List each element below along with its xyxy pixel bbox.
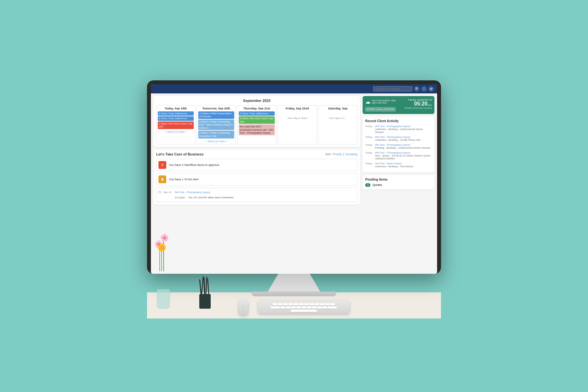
key[interactable] <box>302 306 306 309</box>
show-more-today[interactable]: + Show (1) more + <box>158 130 194 133</box>
key[interactable] <box>283 303 288 305</box>
activity-date-4: Today <box>365 162 373 168</box>
grouping-sort[interactable]: Grouping <box>345 153 357 156</box>
activity-contact-4[interactable]: DM Test - Book Project <box>375 162 432 165</box>
day-header-friday: Friday, Sep 22nd <box>279 107 315 110</box>
key[interactable] <box>286 306 290 309</box>
activity-contact-1[interactable]: DM Test - Photography Inquiry <box>375 136 432 139</box>
key[interactable] <box>330 303 335 305</box>
cal-event[interactable]: 9:15am Train w/Brennon <box>239 111 275 116</box>
cal-event[interactable]: 9:20am Train w/Brennon <box>158 116 194 121</box>
cal-day-tomorrow: Tomorrow, Sep 20th 12:00pm CRM Presentat… <box>197 105 236 144</box>
activity-section: Recent Client Activity Today DM Test - P… <box>363 117 434 172</box>
key[interactable] <box>328 306 337 309</box>
activity-item-4: Today DM Test - Book Project confirmed –… <box>365 162 432 168</box>
workflow-icon: ⚡ <box>158 161 166 169</box>
todo-contact-link[interactable]: DM Test - Photography Inquiry <box>175 191 210 194</box>
show-more-tomorrow[interactable]: + Show (1) more + <box>198 140 234 143</box>
main-content: September 2023 Today, Sep 19th 9:15am Tr… <box>151 93 437 207</box>
monitor-body: 🔍 👤 ⊞ September 2023 <box>147 80 441 274</box>
monitor-stand <box>268 274 320 292</box>
cal-event[interactable]: 1:00pm 1Thats Continuing Education Call <box>198 131 234 138</box>
todo-date: Sep 19 <box>163 191 173 194</box>
cal-event[interactable]: 9:15am Train w/Brennon <box>158 111 194 116</box>
app: 🔍 👤 ⊞ September 2023 <box>151 84 437 274</box>
key[interactable] <box>304 303 309 305</box>
todo-section: ☐ Sep 19 DM Test - Photography Inquiry 1… <box>156 188 357 202</box>
key[interactable] <box>288 303 293 305</box>
todo-icon: 📋 <box>158 175 166 183</box>
user-icon[interactable]: 👤 <box>421 86 427 91</box>
cal-day-saturday: Saturday, Sep Your day is cl... <box>318 105 357 144</box>
activity-item-3: Today DM Test - Photography Inquiry sent… <box>365 151 432 160</box>
activity-date-2: Today <box>365 143 373 149</box>
calendar-title: September 2023 <box>156 99 357 103</box>
key[interactable] <box>273 303 277 305</box>
search-icon[interactable]: 🔍 <box>414 86 419 91</box>
search-input[interactable] <box>373 86 412 91</box>
calendar-section: September 2023 Today, Sep 19th 9:15am Tr… <box>154 96 360 147</box>
cal-event[interactable]: 9:00am One Hour Zoom Call (60) <box>239 116 275 124</box>
activity-detail-3: DM Test - Photography Inquiry sent – Quo… <box>375 151 432 160</box>
cal-event[interactable]: No Lead Has NOT scheduled a phone call -… <box>239 124 275 135</box>
grid-icon[interactable]: ⊞ <box>429 86 434 91</box>
day-header-today: Today, Sep 19th <box>158 107 194 110</box>
pending-section: Pending Items 1 Quotes <box>363 175 434 189</box>
day-header-saturday: Saturday, Sep <box>320 107 356 110</box>
day-clear-saturday: Your day is cl... <box>320 117 356 120</box>
pending-title: Pending Items <box>365 178 432 181</box>
key[interactable] <box>299 303 303 305</box>
activity-date-3: Today <box>365 151 373 160</box>
activity-contact-0[interactable]: DM Test - Photography Inquiry <box>375 125 432 128</box>
activity-title: Recent Client Activity <box>365 119 432 123</box>
key[interactable] <box>281 306 285 309</box>
workflow-item[interactable]: ⚡ You have 2 Workflow Items to approve. <box>156 159 357 171</box>
key[interactable] <box>317 306 322 309</box>
activity-detail-0: DM Test - Photography Inquiry confirmed … <box>375 125 432 134</box>
key[interactable] <box>315 303 319 305</box>
top-nav: 🔍 👤 ⊞ <box>151 84 437 93</box>
key[interactable] <box>309 303 314 305</box>
monitor-base <box>252 292 336 296</box>
key[interactable] <box>320 303 324 305</box>
key[interactable] <box>291 306 296 309</box>
monitor-screen: 🔍 👤 ⊞ September 2023 <box>151 84 437 274</box>
business-section: Let's Take Care of Business Sort: Priori… <box>154 150 360 205</box>
key[interactable] <box>296 306 301 309</box>
key[interactable] <box>312 306 317 309</box>
left-panel: September 2023 Today, Sep 19th 9:15am Tr… <box>154 96 360 205</box>
enter-location-button[interactable]: ENTER YOUR LOCATION <box>365 107 396 111</box>
activity-item-1: Today DM Test - Photography Inquiry conf… <box>365 136 432 141</box>
weather-date-text: Tuesday, September 19 <box>404 99 432 101</box>
cal-event[interactable]: 1:00pm 1Thats Coworking Call - have a pr… <box>198 120 234 130</box>
todo-desc-row: 11:11pm Yes, PC and RV dates been schedu… <box>158 195 355 200</box>
spacebar-key[interactable] <box>291 310 317 312</box>
activity-item-2: Today DM Test - Photography Inquiry Pend… <box>365 143 432 149</box>
weather-widget: ☁ See local weather, daily highs and low… <box>363 96 434 114</box>
cal-event[interactable]: 1:00pm One Hour Zoom Call (60) <box>158 122 194 129</box>
key[interactable] <box>278 303 283 305</box>
key[interactable] <box>294 303 298 305</box>
activity-contact-3[interactable]: DM Test - Photography Inquiry <box>375 151 432 154</box>
weather-date-panel: Tuesday, September 19 05:20... Sunset: E… <box>404 99 432 109</box>
scene-wrapper: 🌸 🌸 🌼 🔍 👤 <box>147 74 441 318</box>
weather-sunset: Sunset: Enter your location <box>404 107 432 109</box>
activity-date-1: Today <box>365 136 373 141</box>
monitor: 🔍 👤 ⊞ September 2023 <box>147 80 441 315</box>
flower-decoration: 🌸 🌸 🌼 <box>157 240 170 309</box>
key[interactable] <box>322 306 327 309</box>
cal-event[interactable]: 12:00pm CRM Presentation at Elevate <box>198 111 234 119</box>
key[interactable] <box>325 303 330 305</box>
business-header: Let's Take Care of Business Sort: Priori… <box>156 152 357 156</box>
activity-detail-2: DM Test - Photography Inquiry Pending – … <box>375 143 432 149</box>
day-header-thursday: Thursday, Sep 21st <box>239 107 275 110</box>
priority-sort[interactable]: Priority <box>333 153 342 156</box>
pending-badge-0: 1 <box>365 183 370 187</box>
todo-item[interactable]: 📋 You have 1 To-Do Item <box>156 173 357 186</box>
key[interactable] <box>307 306 311 309</box>
todo-checkbox[interactable]: ☐ <box>158 191 161 194</box>
calendar-grid: Today, Sep 19th 9:15am Train w/Brennon 9… <box>156 105 357 144</box>
activity-contact-2[interactable]: DM Test - Photography Inquiry <box>375 143 432 146</box>
todo-time: 11:11pm <box>175 196 185 199</box>
key[interactable] <box>271 306 280 309</box>
